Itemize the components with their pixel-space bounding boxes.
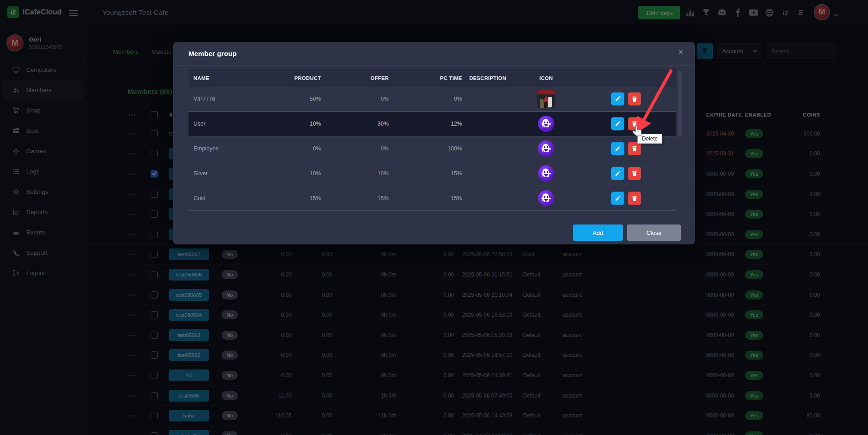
- trash-icon: [632, 146, 637, 152]
- group-name: Employee: [193, 145, 219, 152]
- delete-group-button[interactable]: [628, 142, 641, 155]
- trash-icon: [632, 196, 637, 201]
- pencil-icon: [615, 171, 621, 177]
- modal-title-bar: Member group ×: [173, 42, 695, 66]
- group-pc-time-discount: 100%: [397, 145, 462, 152]
- member-group-modal: Member group × NAME PRODUCT OFFER PC TIM…: [173, 42, 695, 244]
- group-row: User10%30%12%: [189, 112, 676, 136]
- pencil-icon: [615, 196, 621, 201]
- group-offer-discount: 0%: [324, 96, 389, 102]
- group-product-discount: 15%: [256, 195, 321, 201]
- ghost-icon: [538, 140, 555, 157]
- group-table: NAME PRODUCT OFFER PC TIME DESCRIPTION I…: [189, 69, 676, 211]
- add-button[interactable]: Add: [573, 225, 623, 241]
- edit-group-button[interactable]: [611, 192, 624, 205]
- pencil-icon: [615, 146, 621, 152]
- group-offer-discount: 10%: [324, 170, 389, 177]
- col-icon: ICON: [536, 75, 557, 81]
- pencil-icon: [615, 121, 621, 127]
- col-product: PRODUCT: [256, 75, 321, 81]
- group-image-icon: [537, 90, 555, 108]
- edit-group-button[interactable]: [611, 93, 624, 106]
- group-product-discount: 10%: [256, 170, 321, 177]
- ghost-icon: [538, 165, 555, 182]
- group-table-header: NAME PRODUCT OFFER PC TIME DESCRIPTION I…: [189, 69, 676, 87]
- hand-cursor-icon: [632, 125, 644, 140]
- group-row: Employee0%0%100%: [189, 136, 676, 161]
- col-description: DESCRIPTION: [469, 75, 506, 81]
- group-row: Silver10%10%15%: [189, 161, 676, 186]
- col-offer: OFFER: [324, 75, 389, 81]
- app-root: i2 iCafeCloud Youngzsoft Test Cafe 1347 …: [0, 0, 868, 435]
- group-name: Silver: [193, 170, 208, 177]
- delete-group-button[interactable]: [628, 93, 641, 106]
- group-product-discount: 50%: [256, 96, 321, 102]
- modal-scrollbar[interactable]: [678, 70, 682, 136]
- col-name: NAME: [193, 75, 209, 81]
- col-pc-time: PC TIME: [397, 75, 462, 81]
- group-pc-time-discount: 12%: [397, 121, 462, 127]
- edit-group-button[interactable]: [611, 117, 624, 131]
- group-offer-discount: 15%: [324, 195, 389, 201]
- group-name: User: [193, 121, 205, 127]
- group-row: VIP777650%0%0%: [189, 87, 676, 112]
- close-button[interactable]: Close: [627, 225, 681, 241]
- group-pc-time-discount: 0%: [397, 96, 462, 102]
- delete-group-button[interactable]: [628, 192, 641, 205]
- group-pc-time-discount: 15%: [397, 170, 462, 177]
- edit-group-button[interactable]: [611, 142, 624, 155]
- group-pc-time-discount: 15%: [397, 195, 462, 201]
- pencil-icon: [615, 96, 621, 102]
- close-icon[interactable]: ×: [678, 47, 683, 57]
- group-name: VIP7776: [193, 96, 215, 102]
- group-table-body: VIP777650%0%0%User10%30%12%Employee0%0%1…: [189, 87, 676, 211]
- group-product-discount: 10%: [256, 121, 321, 127]
- group-product-discount: 0%: [256, 145, 321, 152]
- ghost-icon: [538, 190, 555, 207]
- edit-group-button[interactable]: [611, 167, 624, 180]
- modal-title: Member group: [189, 50, 237, 57]
- group-image-icon: [537, 90, 555, 108]
- trash-icon: [632, 96, 637, 102]
- group-offer-discount: 0%: [324, 145, 389, 152]
- delete-group-button[interactable]: [628, 167, 641, 180]
- group-offer-discount: 30%: [324, 121, 389, 127]
- trash-icon: [632, 171, 637, 177]
- group-row: Gold15%15%15%: [189, 186, 676, 211]
- ghost-icon: [538, 115, 555, 132]
- group-name: Gold: [193, 195, 205, 201]
